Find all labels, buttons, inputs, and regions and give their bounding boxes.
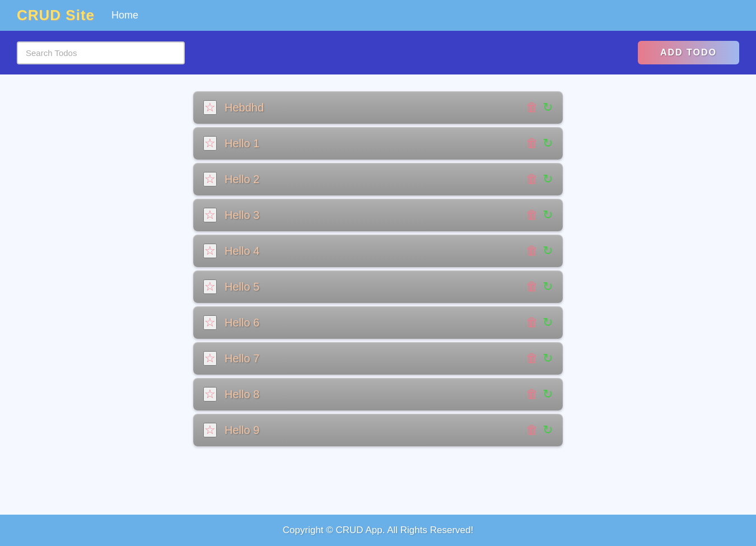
todo-item: ☆ Hello 5 🗑 ↻: [193, 270, 563, 303]
todo-list: ☆ Hebdhd 🗑 ↻ ☆ Hello 1 🗑 ↻ ☆ Hello 2 �: [193, 91, 563, 446]
todo-text: Hello 6: [225, 316, 259, 329]
todo-actions: 🗑 ↻: [526, 352, 553, 365]
site-brand: CRUD Site: [17, 7, 95, 24]
navbar: CRUD Site Home: [0, 0, 756, 31]
todo-left: ☆ Hello 9: [203, 423, 259, 437]
todo-item: ☆ Hello 7 🗑 ↻: [193, 342, 563, 375]
todo-left: ☆ Hello 3: [203, 208, 259, 222]
star-icon[interactable]: ☆: [203, 208, 217, 222]
star-icon[interactable]: ☆: [203, 244, 217, 258]
todo-text: Hebdhd: [225, 101, 264, 114]
todo-left: ☆ Hello 8: [203, 387, 259, 402]
star-icon[interactable]: ☆: [203, 387, 217, 402]
edit-button[interactable]: ↻: [543, 388, 553, 400]
home-link[interactable]: Home: [111, 10, 138, 21]
edit-button[interactable]: ↻: [543, 316, 553, 329]
delete-button[interactable]: 🗑: [526, 281, 538, 293]
todo-text: Hello 4: [225, 245, 259, 258]
todo-left: ☆ Hello 4: [203, 244, 259, 258]
footer-text: Copyright © CRUD App. All Rights Reserve…: [283, 525, 473, 535]
footer: Copyright © CRUD App. All Rights Reserve…: [0, 515, 756, 546]
star-icon[interactable]: ☆: [203, 315, 217, 330]
todo-text: Hello 7: [225, 352, 259, 365]
edit-button[interactable]: ↻: [543, 352, 553, 365]
todo-item: ☆ Hello 8 🗑 ↻: [193, 378, 563, 410]
todo-actions: 🗑 ↻: [526, 101, 553, 114]
todo-item: ☆ Hebdhd 🗑 ↻: [193, 91, 563, 124]
star-icon[interactable]: ☆: [203, 279, 217, 294]
todo-actions: 🗑 ↻: [526, 388, 553, 400]
add-todo-button[interactable]: ADD TODO: [638, 41, 739, 64]
todo-actions: 🗑 ↻: [526, 173, 553, 185]
delete-button[interactable]: 🗑: [526, 137, 538, 150]
todo-item: ☆ Hello 3 🗑 ↻: [193, 199, 563, 231]
delete-button[interactable]: 🗑: [526, 173, 538, 185]
edit-button[interactable]: ↻: [543, 209, 553, 221]
star-icon[interactable]: ☆: [203, 100, 217, 115]
delete-button[interactable]: 🗑: [526, 101, 538, 114]
edit-button[interactable]: ↻: [543, 137, 553, 150]
todo-text: Hello 3: [225, 209, 259, 222]
todo-actions: 🗑 ↻: [526, 424, 553, 436]
todo-left: ☆ Hello 1: [203, 136, 259, 151]
todo-left: ☆ Hebdhd: [203, 100, 264, 115]
toolbar: ADD TODO: [0, 31, 756, 74]
todo-item: ☆ Hello 2 🗑 ↻: [193, 163, 563, 195]
edit-button[interactable]: ↻: [543, 424, 553, 436]
todo-left: ☆ Hello 6: [203, 315, 259, 330]
delete-button[interactable]: 🗑: [526, 209, 538, 221]
todo-item: ☆ Hello 9 🗑 ↻: [193, 414, 563, 446]
todo-left: ☆ Hello 7: [203, 351, 259, 366]
star-icon[interactable]: ☆: [203, 136, 217, 151]
star-icon[interactable]: ☆: [203, 172, 217, 186]
todo-actions: 🗑 ↻: [526, 245, 553, 257]
star-icon[interactable]: ☆: [203, 351, 217, 366]
todo-text: Hello 2: [225, 173, 259, 186]
edit-button[interactable]: ↻: [543, 173, 553, 185]
delete-button[interactable]: 🗑: [526, 316, 538, 329]
todo-actions: 🗑 ↻: [526, 281, 553, 293]
todo-actions: 🗑 ↻: [526, 316, 553, 329]
delete-button[interactable]: 🗑: [526, 388, 538, 400]
delete-button[interactable]: 🗑: [526, 352, 538, 365]
delete-button[interactable]: 🗑: [526, 424, 538, 436]
todo-text: Hello 5: [225, 281, 259, 293]
search-input[interactable]: [17, 41, 185, 64]
delete-button[interactable]: 🗑: [526, 245, 538, 257]
star-icon[interactable]: ☆: [203, 423, 217, 437]
todo-text: Hello 1: [225, 137, 259, 150]
todo-left: ☆ Hello 5: [203, 279, 259, 294]
todo-left: ☆ Hello 2: [203, 172, 259, 186]
main-content: ☆ Hebdhd 🗑 ↻ ☆ Hello 1 🗑 ↻ ☆ Hello 2 �: [0, 74, 756, 515]
todo-text: Hello 9: [225, 424, 259, 437]
todo-text: Hello 8: [225, 388, 259, 401]
edit-button[interactable]: ↻: [543, 245, 553, 257]
edit-button[interactable]: ↻: [543, 281, 553, 293]
todo-item: ☆ Hello 1 🗑 ↻: [193, 127, 563, 160]
edit-button[interactable]: ↻: [543, 101, 553, 114]
todo-actions: 🗑 ↻: [526, 209, 553, 221]
todo-actions: 🗑 ↻: [526, 137, 553, 150]
todo-item: ☆ Hello 6 🗑 ↻: [193, 306, 563, 339]
todo-item: ☆ Hello 4 🗑 ↻: [193, 235, 563, 267]
